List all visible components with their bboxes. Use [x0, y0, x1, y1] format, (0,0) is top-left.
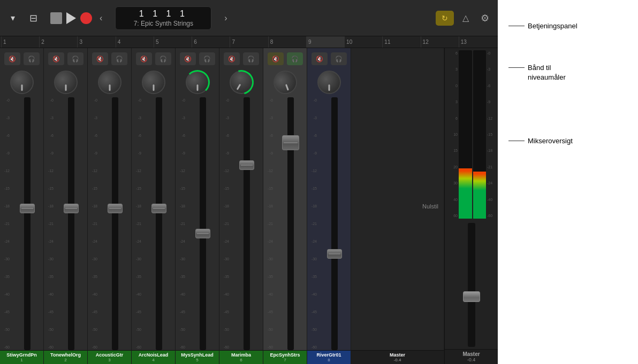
settings-button[interactable]: ⚙ [477, 11, 492, 26]
ch1-fader-track [24, 97, 31, 350]
annotation-line-1 [508, 26, 525, 26]
nav-prev-button[interactable]: ‹ [96, 12, 105, 24]
ch1-pan-knob[interactable] [10, 71, 34, 94]
ch1-fader-thumb[interactable] [20, 204, 35, 213]
ch8-solo-button[interactable]: 🎧 [331, 52, 347, 65]
ch7-fader-track [287, 97, 294, 350]
ch6-knob-area [219, 67, 263, 97]
ch7-num: 7 [265, 358, 305, 362]
ch5-fader-area: -0 -3 -6 -9 -12 -15 -18 -21 -24 -30 -35 … [176, 97, 219, 350]
annotation-baand: Bånd tilniveaumåler [508, 63, 627, 82]
master-scale-left: 6 3 0 3 6 10 15 20 30 40 60 [446, 50, 458, 219]
play-button[interactable] [66, 12, 76, 24]
meter-bar-left [459, 50, 472, 219]
channel-8: 🔇 🎧 -0 -3 -6 -9 -12 -15 -18 -21 [307, 48, 351, 364]
ch1-mute-button[interactable]: 🔇 [4, 52, 20, 65]
ch6-mute-button[interactable]: 🔇 [224, 52, 240, 65]
annotations-panel: Betjeningspanel Bånd tilniveaumåler Miks… [498, 0, 638, 364]
ch7-fader-thumb[interactable] [282, 135, 299, 150]
master-value: -0.4 [447, 357, 496, 362]
ch8-knob-area [307, 67, 351, 97]
ch4-fader-thumb[interactable] [151, 204, 166, 213]
ch3-solo-button[interactable]: 🎧 [111, 52, 127, 65]
ch2-fader-thumb[interactable] [64, 204, 79, 213]
ch2-fader-track-wrap [55, 97, 87, 350]
level-meter-area: 6 3 0 3 6 10 15 20 30 40 60 [445, 48, 498, 221]
ch6-fader-track-wrap [230, 97, 263, 350]
cycle-button[interactable]: ↻ [436, 11, 454, 26]
ch7-buttons: 🔇 🎧 [263, 48, 307, 67]
top-bar-right: ↻ △ ⚙ [436, 11, 492, 26]
master-value-label: -0.4 [353, 358, 442, 362]
annotation-text-1: Betjeningspanel [528, 21, 578, 31]
ch8-name: RiverGtr01 [309, 352, 348, 358]
ch2-pan-knob[interactable] [54, 71, 78, 94]
library-icon[interactable]: ⊟ [26, 11, 41, 26]
ch8-pan-knob[interactable] [317, 71, 341, 94]
ch6-buttons: 🔇 🎧 [219, 48, 263, 67]
ch1-scale-30: -30 [0, 257, 10, 261]
ch2-fader-area: -0 -3 -6 -9 -12 -15 -18 -21 -24 -30 -35 … [44, 97, 87, 350]
ch1-scale-15: -15 [0, 187, 10, 190]
annotation-line-3 [508, 141, 525, 141]
ch5-fader-thumb[interactable] [195, 229, 210, 238]
ch1-scale-12: -12 [0, 169, 10, 173]
ch6-solo-button[interactable]: 🎧 [243, 52, 259, 65]
ch3-fader-track [112, 97, 118, 350]
ruler-mark-3: 3 [77, 36, 115, 48]
ch3-knob-area [88, 67, 131, 97]
ch7-pan-knob[interactable] [270, 67, 300, 97]
nulstil-label: Nulstil [422, 203, 438, 210]
ch5-solo-button[interactable]: 🎧 [199, 52, 215, 65]
position-display: 1 1 1 1 7: Epic Synth Strings [115, 6, 211, 30]
ch5-pan-knob[interactable] [186, 71, 209, 94]
ch7-mute-button[interactable]: 🔇 [268, 52, 284, 65]
ch1-solo-button[interactable]: 🎧 [24, 52, 40, 65]
stop-button[interactable] [50, 12, 62, 24]
ch6-fader-thumb[interactable] [239, 160, 254, 170]
top-bar: ▾ ⊟ ‹ 1 1 1 1 7: Epic Synth Strings › ↻ … [0, 0, 498, 36]
master-fader-track [468, 223, 475, 347]
ch4-solo-button[interactable]: 🎧 [155, 52, 171, 65]
meter-fill-right [473, 172, 487, 219]
ch1-scale-60: -60 [0, 345, 10, 349]
ch4-fader-track [156, 97, 162, 350]
ch7-solo-button[interactable]: 🎧 [287, 52, 303, 65]
ch4-label: ArcNoisLead 4 [132, 350, 175, 364]
ch8-fader-track-wrap [318, 97, 351, 350]
ch1-scale-18: -18 [0, 204, 10, 208]
ch6-pan-knob[interactable] [225, 66, 257, 98]
ch1-scale-50: -50 [0, 328, 10, 331]
ch8-num: 8 [309, 358, 348, 362]
record-button[interactable] [80, 12, 92, 24]
ch4-name: ArcNoisLead [134, 352, 173, 358]
ch5-fader-track [200, 97, 206, 350]
ch1-num: 1 [2, 358, 41, 362]
ch3-scale: -0 -3 -6 -9 -12 -15 -18 -21 -24 -30 -35 … [88, 97, 98, 350]
ch8-scale: -0 -3 -6 -9 -12 -15 -18 -21 -24 -30 -35 … [307, 97, 318, 350]
ch2-mute-button[interactable]: 🔇 [48, 52, 64, 65]
ch3-mute-button[interactable]: 🔇 [92, 52, 108, 65]
ch4-mute-button[interactable]: 🔇 [136, 52, 152, 65]
metronome-button[interactable]: △ [458, 11, 473, 26]
ch1-scale-3: -3 [0, 116, 10, 120]
channel-3: 🔇 🎧 -0 -3 -6 -9 -12 -15 -18 -21 [88, 48, 132, 364]
ch4-buttons: 🔇 🎧 [132, 48, 175, 67]
nav-next-button[interactable]: › [221, 12, 230, 24]
ch5-mute-button[interactable]: 🔇 [180, 52, 196, 65]
ch2-solo-button[interactable]: 🎧 [67, 52, 83, 65]
ch8-fader-thumb[interactable] [327, 249, 342, 259]
ch2-knob-area [44, 67, 87, 97]
master-fader-thumb[interactable] [463, 291, 480, 302]
dropdown-icon[interactable]: ▾ [5, 11, 20, 26]
ch8-mute-button[interactable]: 🔇 [312, 52, 328, 65]
ch3-fader-area: -0 -3 -6 -9 -12 -15 -18 -21 -24 -30 -35 … [88, 97, 131, 350]
ch3-pan-knob[interactable] [98, 71, 121, 94]
ch2-name: TonewhelOrg [46, 352, 85, 358]
meter-fill-left [459, 168, 472, 219]
ch4-pan-knob[interactable] [142, 71, 165, 94]
ruler-mark-10: 10 [344, 36, 382, 48]
master-fader-section [445, 221, 498, 349]
ch3-fader-thumb[interactable] [108, 204, 123, 213]
ch2-fader-track [68, 97, 74, 350]
